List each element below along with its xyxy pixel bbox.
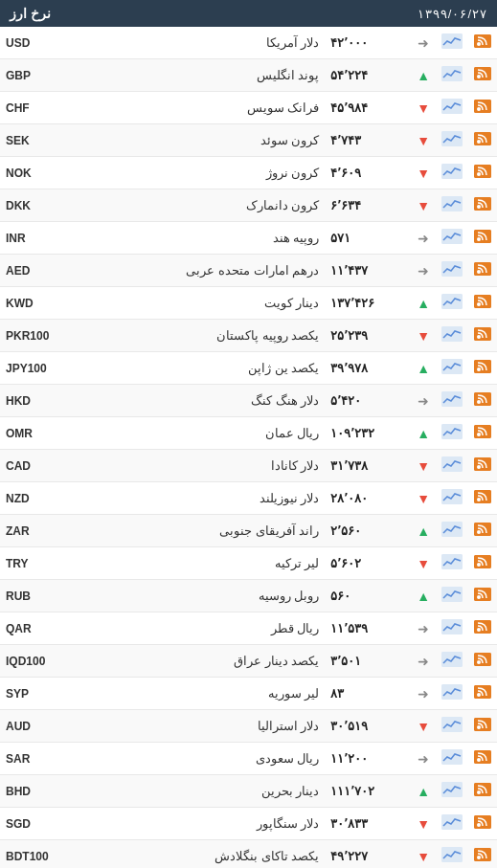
chart-icon[interactable] xyxy=(441,652,463,667)
chart-icon[interactable] xyxy=(441,294,463,309)
table-row[interactable]: ▼۴۹٬۲۲۷یکصد تاکای بنگلادشBDT100 xyxy=(0,840,497,869)
chart-cell[interactable] xyxy=(436,189,468,222)
chart-icon[interactable] xyxy=(441,782,463,797)
rss-icon[interactable] xyxy=(474,653,491,666)
chart-cell[interactable] xyxy=(436,27,468,59)
rss-icon[interactable] xyxy=(474,783,491,796)
rss-icon[interactable] xyxy=(474,685,491,699)
rss-icon[interactable] xyxy=(474,750,491,764)
chart-icon[interactable] xyxy=(441,164,463,179)
rss-icon[interactable] xyxy=(474,100,491,113)
table-row[interactable]: ▼۵٬۶۰۲لیر ترکیهTRY xyxy=(0,547,497,580)
rss-cell[interactable] xyxy=(468,189,497,222)
rss-cell[interactable] xyxy=(468,124,497,157)
rss-cell[interactable] xyxy=(468,417,497,450)
rss-icon[interactable] xyxy=(474,815,491,829)
chart-cell[interactable] xyxy=(436,612,468,645)
rss-cell[interactable] xyxy=(468,92,497,124)
chart-icon[interactable] xyxy=(441,229,463,244)
chart-cell[interactable] xyxy=(436,320,468,352)
rss-icon[interactable] xyxy=(474,848,491,861)
chart-icon[interactable] xyxy=(441,456,463,472)
chart-cell[interactable] xyxy=(436,743,468,775)
chart-cell[interactable] xyxy=(436,157,468,189)
chart-cell[interactable] xyxy=(436,808,468,840)
chart-cell[interactable] xyxy=(436,92,468,124)
table-row[interactable]: ▼۳۰٬۵۱۹دلار استرالیاAUD xyxy=(0,710,497,743)
rss-cell[interactable] xyxy=(468,840,497,869)
rss-icon[interactable] xyxy=(474,588,491,601)
chart-cell[interactable] xyxy=(436,482,468,515)
chart-icon[interactable] xyxy=(441,717,463,732)
rss-icon[interactable] xyxy=(474,620,491,634)
chart-cell[interactable] xyxy=(436,59,468,92)
chart-icon[interactable] xyxy=(441,522,463,537)
chart-icon[interactable] xyxy=(441,391,463,407)
rss-cell[interactable] xyxy=(468,515,497,547)
rss-icon[interactable] xyxy=(474,67,491,80)
table-row[interactable]: ▲۱۳۷٬۴۲۶دینار کویتKWD xyxy=(0,287,497,320)
table-row[interactable]: ➜۵٬۴۲۰دلار هنگ کنگHKD xyxy=(0,385,497,417)
table-row[interactable]: ▲۲٬۵۶۰راند آفریقای جنوبیZAR xyxy=(0,515,497,547)
rss-cell[interactable] xyxy=(468,710,497,743)
table-row[interactable]: ▲۳۹٬۹۷۸یکصد ین ژاپنJPY100 xyxy=(0,352,497,385)
rss-icon[interactable] xyxy=(474,197,491,211)
rss-icon[interactable] xyxy=(474,34,491,48)
chart-cell[interactable] xyxy=(436,417,468,450)
chart-icon[interactable] xyxy=(441,749,463,765)
chart-icon[interactable] xyxy=(441,619,463,634)
chart-cell[interactable] xyxy=(436,352,468,385)
chart-icon[interactable] xyxy=(441,359,463,374)
rss-icon[interactable] xyxy=(474,360,491,373)
chart-cell[interactable] xyxy=(436,775,468,808)
chart-cell[interactable] xyxy=(436,287,468,320)
rss-icon[interactable] xyxy=(474,457,491,471)
rss-cell[interactable] xyxy=(468,385,497,417)
rss-cell[interactable] xyxy=(468,352,497,385)
table-row[interactable]: ▲۵۴٬۲۲۴پوند انگلیسGBP xyxy=(0,59,497,92)
chart-icon[interactable] xyxy=(441,814,463,830)
rss-icon[interactable] xyxy=(474,425,491,438)
chart-cell[interactable] xyxy=(436,547,468,580)
chart-icon[interactable] xyxy=(441,326,463,342)
chart-cell[interactable] xyxy=(436,450,468,482)
table-row[interactable]: ➜۸۳لیر سوریهSYP xyxy=(0,678,497,710)
chart-icon[interactable] xyxy=(441,554,463,569)
rss-cell[interactable] xyxy=(468,157,497,189)
table-row[interactable]: ▼۲۵٬۲۳۹یکصد روپیه پاکستانPKR100 xyxy=(0,320,497,352)
chart-cell[interactable] xyxy=(436,222,468,255)
chart-cell[interactable] xyxy=(436,840,468,869)
chart-icon[interactable] xyxy=(441,847,463,862)
table-row[interactable]: ▲۵۶۰روبل روسیهRUB xyxy=(0,580,497,612)
table-row[interactable]: ➜۱۱٬۵۳۹ریال قطرQAR xyxy=(0,612,497,645)
table-row[interactable]: ▼۳۱٬۷۳۸دلار کاناداCAD xyxy=(0,450,497,482)
chart-cell[interactable] xyxy=(436,710,468,743)
table-row[interactable]: ▼۶٬۶۳۴کرون دانمارکDKK xyxy=(0,189,497,222)
rss-icon[interactable] xyxy=(474,230,491,243)
rss-cell[interactable] xyxy=(468,482,497,515)
rss-icon[interactable] xyxy=(474,392,491,406)
rss-icon[interactable] xyxy=(474,295,491,308)
rss-cell[interactable] xyxy=(468,645,497,678)
chart-cell[interactable] xyxy=(436,580,468,612)
chart-icon[interactable] xyxy=(441,131,463,146)
table-row[interactable]: ▼۴۵٬۹۸۴فرانک سویسCHF xyxy=(0,92,497,124)
table-row[interactable]: ▼۲۸٬۰۸۰دلار نیوزیلندNZD xyxy=(0,482,497,515)
rss-icon[interactable] xyxy=(474,718,491,731)
rss-cell[interactable] xyxy=(468,255,497,287)
rss-cell[interactable] xyxy=(468,678,497,710)
chart-icon[interactable] xyxy=(441,196,463,211)
rss-icon[interactable] xyxy=(474,327,491,341)
table-row[interactable]: ➜۱۱٬۴۳۷درهم امارات متحده عربیAED xyxy=(0,255,497,287)
table-row[interactable]: ➜۵۷۱روپیه هندINR xyxy=(0,222,497,255)
table-row[interactable]: ▲۱۰۹٬۲۳۲ریال عمانOMR xyxy=(0,417,497,450)
rss-cell[interactable] xyxy=(468,743,497,775)
rss-cell[interactable] xyxy=(468,808,497,840)
chart-cell[interactable] xyxy=(436,255,468,287)
chart-icon[interactable] xyxy=(441,489,463,504)
chart-cell[interactable] xyxy=(436,645,468,678)
rss-cell[interactable] xyxy=(468,450,497,482)
chart-cell[interactable] xyxy=(436,124,468,157)
chart-icon[interactable] xyxy=(441,684,463,700)
rss-cell[interactable] xyxy=(468,59,497,92)
